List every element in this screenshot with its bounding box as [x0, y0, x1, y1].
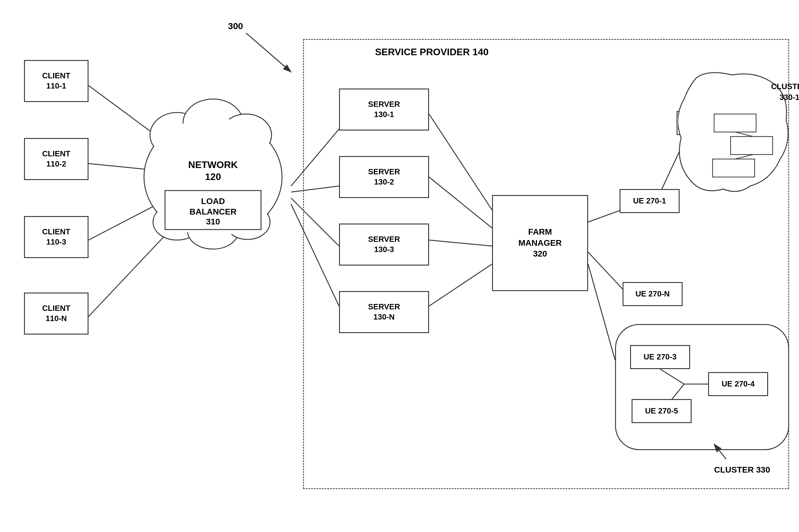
client-110-1: CLIENT110-1	[24, 60, 89, 102]
cluster-330-1-label: CLUSTER330-1	[771, 81, 799, 103]
client-110-2: CLIENT110-2	[24, 138, 89, 180]
svg-rect-41	[712, 159, 755, 177]
svg-text:310: 310	[206, 217, 220, 226]
diagram-container: 300 CLIENT110-1 CLIENT110-2 CLIENT110-3 …	[0, 0, 799, 532]
ue-270-5: UE 270-5	[632, 399, 691, 423]
client-110-3: CLIENT110-3	[24, 216, 89, 258]
svg-text:LOAD: LOAD	[201, 196, 225, 206]
network-cloud: NETWORK 120 LOAD BALANCER 310	[129, 84, 297, 270]
farm-manager-320: FARMMANAGER320	[492, 195, 588, 291]
svg-text:NETWORK: NETWORK	[188, 159, 237, 170]
ue-270-4: UE 270-4	[708, 372, 768, 396]
svg-line-2	[246, 33, 291, 72]
client-110-n: CLIENT110-N	[24, 292, 89, 335]
ref-300-label: 300	[228, 21, 243, 31]
svg-text:120: 120	[205, 171, 221, 182]
server-130-n: SERVER130-N	[339, 291, 429, 333]
ue-270-3: UE 270-3	[630, 345, 690, 369]
service-provider-label: SERVICE PROVIDER 140	[375, 46, 489, 58]
ue-270-n: UE 270-N	[623, 282, 683, 306]
svg-rect-39	[714, 114, 756, 132]
cluster-330-label: CLUSTER 330	[714, 465, 770, 475]
server-130-1: SERVER130-1	[339, 89, 429, 131]
server-130-3: SERVER130-3	[339, 224, 429, 266]
svg-rect-40	[730, 136, 773, 154]
svg-text:BALANCER: BALANCER	[189, 207, 236, 216]
server-130-2: SERVER130-2	[339, 156, 429, 198]
ue-270-1: UE 270-1	[620, 189, 680, 213]
